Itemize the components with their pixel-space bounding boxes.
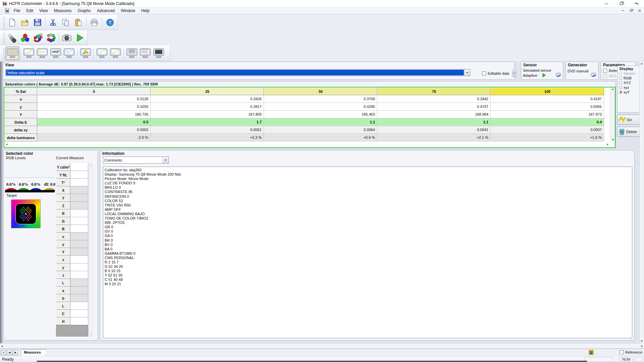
mdi-minimize-button[interactable] xyxy=(620,8,626,13)
copy-button[interactable] xyxy=(59,16,72,29)
measure-value-cell[interactable] xyxy=(70,271,88,279)
sat-cell[interactable]: 187.805 xyxy=(151,111,264,118)
sat-cell[interactable]: 0.0003 xyxy=(37,126,151,134)
measure-value-cell[interactable] xyxy=(70,263,88,271)
snapshot-button[interactable] xyxy=(60,32,73,44)
sat-cell[interactable]: 0.4707 xyxy=(377,103,491,111)
editable-data-spinner[interactable] xyxy=(512,70,516,77)
menu-window[interactable]: Window xyxy=(118,8,138,13)
sat-cell[interactable]: 0.5 xyxy=(37,118,151,126)
save-button[interactable] xyxy=(31,16,44,29)
sat-cell[interactable]: 0.3293 xyxy=(37,103,151,111)
configure-sensor-icon[interactable] xyxy=(555,72,561,78)
luminance-line-view-button[interactable] xyxy=(95,47,109,60)
rgb-levels-view-button[interactable] xyxy=(49,47,62,60)
comments-textarea[interactable]: Calibration by: abg360Display: Samsung 7… xyxy=(103,167,632,338)
toolbar-grip[interactable] xyxy=(3,32,4,43)
sat-cell[interactable]: +2.1 % xyxy=(377,134,491,141)
menu-file[interactable]: File xyxy=(11,8,23,13)
sat-cell[interactable]: +2.3 % xyxy=(151,134,264,141)
color-temp-view-button[interactable] xyxy=(62,47,76,60)
measure-value-cell[interactable] xyxy=(70,171,88,179)
tab-next-button[interactable]: ▶ xyxy=(13,350,18,355)
sat-cell[interactable]: 180.735 xyxy=(37,111,151,118)
radio-icon[interactable] xyxy=(619,72,622,75)
contrast-view-button[interactable] xyxy=(109,47,122,60)
measure-value-cell[interactable] xyxy=(70,179,88,186)
tab-measures[interactable]: Measures xyxy=(21,349,47,356)
measure-value-cell[interactable] xyxy=(70,186,88,194)
menubar-grip[interactable] xyxy=(1,9,2,12)
measure-value-cell[interactable] xyxy=(70,248,88,256)
radio-icon[interactable] xyxy=(619,81,622,84)
sat-cell[interactable]: 1.1 xyxy=(377,118,491,126)
delta-e-waves-view-button[interactable] xyxy=(139,47,152,60)
xyz-adjustment-checkbox[interactable] xyxy=(603,74,607,78)
sat-cell[interactable]: 0.3128 xyxy=(37,95,151,103)
measure-value-cell[interactable] xyxy=(70,279,88,287)
toolbar-grip[interactable] xyxy=(3,47,4,59)
menu-view[interactable]: View xyxy=(36,8,51,13)
tab-close-button[interactable]: ✕ xyxy=(1,350,6,355)
hcfr-tray-icon[interactable] xyxy=(589,350,594,355)
sat-cell[interactable]: 187.973 xyxy=(491,111,604,118)
view-selector-dropdown-button[interactable] xyxy=(464,69,470,76)
measures-grid-view-button[interactable] xyxy=(6,47,19,60)
measure-value-cell[interactable] xyxy=(70,317,88,325)
sat-cell[interactable]: 0.3817 xyxy=(151,103,264,111)
sensor-play-icon[interactable] xyxy=(542,73,546,77)
view-selector-combo[interactable]: Yellow saturation scale xyxy=(5,69,470,76)
measure-value-cell[interactable] xyxy=(70,202,88,209)
help-button[interactable]: ? xyxy=(104,16,116,29)
measure-value-cell[interactable] xyxy=(70,217,88,225)
minimize-button[interactable] xyxy=(599,0,614,7)
new-file-button[interactable] xyxy=(6,16,18,29)
radio-icon[interactable] xyxy=(619,90,622,94)
saturation-table-hscroll[interactable] xyxy=(5,142,609,147)
measure-value-cell[interactable] xyxy=(70,194,88,202)
sat-cell[interactable]: 0.4290 xyxy=(264,103,377,111)
information-combo-dropdown-button[interactable] xyxy=(163,157,168,163)
luminance-wave-view-button[interactable] xyxy=(36,47,49,60)
reference-bottom-checkbox[interactable] xyxy=(620,350,624,354)
sat-cell[interactable]: 0.3709 xyxy=(264,95,377,103)
mdi-restore-button[interactable] xyxy=(628,8,634,13)
editable-data-checkbox[interactable] xyxy=(482,71,486,75)
delete-button[interactable]: Delete xyxy=(617,127,640,137)
sat-cell[interactable]: 0.0007 xyxy=(491,126,604,134)
measure-value-cell[interactable] xyxy=(70,163,88,171)
sat-cell[interactable]: 0.0041 xyxy=(377,126,491,134)
sat-cell[interactable]: 0.0064 xyxy=(264,126,377,134)
menu-graphs[interactable]: Graphs xyxy=(75,8,94,13)
reference-checkbox[interactable] xyxy=(603,69,607,73)
primaries-measure-button[interactable] xyxy=(18,32,32,44)
sat-cell[interactable]: -2.0 % xyxy=(37,134,151,141)
configure-generator-icon[interactable] xyxy=(591,72,597,78)
measure-value-cell[interactable] xyxy=(70,233,88,240)
sat-cell[interactable]: +0.9 % xyxy=(264,134,377,141)
measure-value-cell[interactable] xyxy=(70,240,88,248)
restore-button[interactable] xyxy=(614,0,629,7)
radio-icon[interactable] xyxy=(619,76,622,80)
radio-icon[interactable] xyxy=(619,86,622,89)
sat-cell[interactable]: 188.984 xyxy=(377,111,491,118)
print-button[interactable] xyxy=(88,16,101,29)
measure-value-cell[interactable] xyxy=(70,287,88,294)
sat-col-header-25[interactable]: 25 xyxy=(151,87,264,95)
open-file-button[interactable] xyxy=(18,16,31,29)
sat-cell[interactable]: 0.5056 xyxy=(491,103,604,111)
sat-cell[interactable]: 0.3426 xyxy=(151,95,264,103)
run-measure-button[interactable] xyxy=(73,32,86,44)
sat-col-header-75[interactable]: 75 xyxy=(377,87,491,95)
saturation-table-vscrollbar[interactable] xyxy=(610,87,615,141)
mdi-document-icon[interactable] xyxy=(5,8,9,13)
measure-value-cell[interactable] xyxy=(70,209,88,217)
sat-cell[interactable]: 0.3942 xyxy=(377,95,491,103)
sat-cell[interactable]: 0.4 xyxy=(491,118,604,126)
mdi-close-button[interactable] xyxy=(636,8,643,13)
sat-col-header-50[interactable]: 50 xyxy=(264,87,377,95)
sat-cell[interactable]: 1.1 xyxy=(264,118,377,126)
full-colors-measure-button[interactable] xyxy=(44,32,57,44)
measure-table-scrollbar[interactable] xyxy=(89,163,93,337)
saturation-lines-view-button[interactable] xyxy=(125,47,139,60)
